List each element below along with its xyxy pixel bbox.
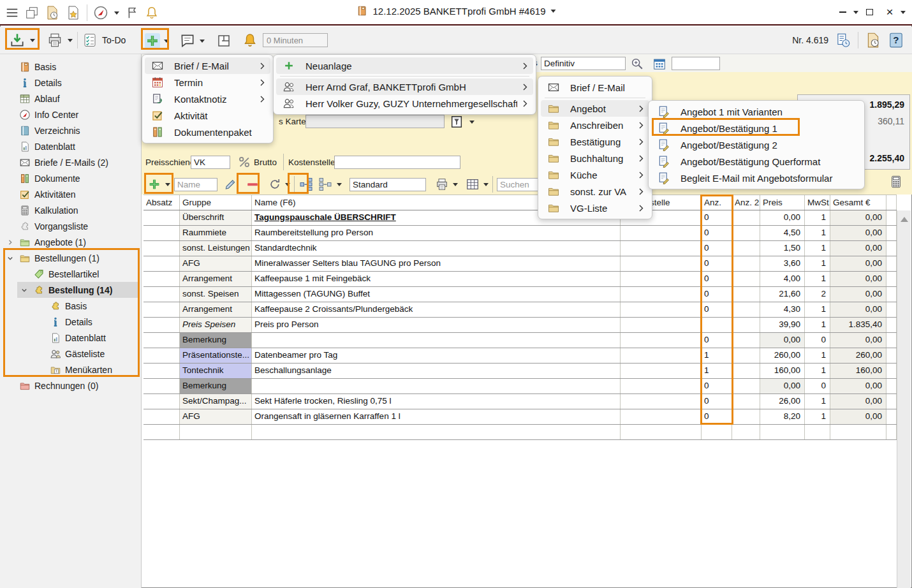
add-button[interactable] xyxy=(145,33,160,48)
menu-item-angebot-1-mit-varianten[interactable]: Angebot 1 mit Varianten xyxy=(651,103,862,120)
sidebar-item-details[interactable]: Details xyxy=(0,314,141,330)
cell-preis[interactable]: 21,60 xyxy=(760,287,805,302)
comment-dropdown-caret[interactable] xyxy=(200,40,205,43)
sidebar-item-menükarten[interactable]: Menükarten xyxy=(0,362,141,378)
cell-mwst[interactable]: 1 xyxy=(805,241,830,256)
cell-gesamt[interactable]: 160,00 xyxy=(830,364,886,378)
cell-name[interactable]: Datenbeamer pro Tag xyxy=(252,348,621,363)
document-star-icon[interactable] xyxy=(66,5,81,20)
cell-gesamt[interactable]: 0,00 xyxy=(830,379,886,393)
cell-kostenstelle[interactable] xyxy=(621,409,702,424)
cell-anz[interactable]: 0 xyxy=(702,210,732,225)
cell-gesamt[interactable]: 0,00 xyxy=(830,287,886,302)
cell-kostenstelle[interactable] xyxy=(621,348,702,363)
cell-mwst[interactable]: 2 xyxy=(805,287,830,302)
column-header-anz-2[interactable]: Anz. 2 xyxy=(732,195,760,210)
cell-gesamt[interactable]: 0,00 xyxy=(830,409,886,424)
menu-item-dokumentenpaket[interactable]: Dokumentenpaket xyxy=(145,124,270,140)
cell-preis[interactable]: 26,00 xyxy=(760,394,805,409)
cell-preis[interactable]: 4,00 xyxy=(760,272,805,286)
cell-anz2[interactable] xyxy=(732,241,760,256)
cell-preis[interactable]: 160,00 xyxy=(760,364,805,378)
view-select[interactable] xyxy=(349,178,426,191)
cell-gesamt[interactable]: 0,00 xyxy=(830,302,886,317)
filter-card-icon[interactable] xyxy=(450,115,464,129)
cell-gesamt[interactable] xyxy=(830,425,886,439)
cell-anz2[interactable] xyxy=(732,379,760,393)
cell-name[interactable]: Standardtechnik xyxy=(252,241,621,256)
cell-anz[interactable] xyxy=(702,318,732,332)
cell-gesamt[interactable]: 260,00 xyxy=(830,348,886,363)
todo-checklist-icon[interactable] xyxy=(82,33,98,48)
table-row[interactable]: ArrangementKaffeepause 1 mit Feingebäck0… xyxy=(143,272,897,287)
cell-anz[interactable]: 0 xyxy=(702,394,732,409)
cell-preis[interactable]: 39,90 xyxy=(760,318,805,332)
cell-anz2[interactable] xyxy=(732,333,760,348)
date-field[interactable] xyxy=(672,57,720,70)
expanded-chevron-icon[interactable] xyxy=(19,287,29,293)
close-button[interactable]: × xyxy=(880,4,899,20)
cell-anz2[interactable] xyxy=(732,256,760,271)
menu-item-brief-e-mail[interactable]: Brief / E-Mail xyxy=(541,79,649,96)
cell-anz2[interactable] xyxy=(732,287,760,302)
cell-gesamt[interactable]: 1.835,40 xyxy=(830,318,886,332)
menu-item-herr-arnd-graf-bankettprofi-gmbh[interactable]: Herr Arnd Graf, BANKETTprofi GmbH xyxy=(276,78,533,95)
cell-mwst[interactable]: 1 xyxy=(805,318,830,332)
table-layout-dropdown-caret[interactable] xyxy=(483,183,489,186)
cell-gesamt[interactable]: 0,00 xyxy=(830,241,886,256)
preisschiene-field[interactable] xyxy=(191,156,230,169)
add-row-button[interactable] xyxy=(147,177,161,191)
cell-gruppe[interactable]: sonst. Speisen xyxy=(180,287,252,302)
minimize-button[interactable] xyxy=(833,4,852,20)
cell-gruppe[interactable]: Bemerkung xyxy=(180,379,252,393)
bell-outline-icon[interactable] xyxy=(145,6,159,20)
save-dropdown-caret[interactable] xyxy=(30,39,35,42)
table-row[interactable]: TontechnikBeschallungsanlage1160,001160,… xyxy=(143,364,897,379)
cell-kostenstelle[interactable] xyxy=(621,302,702,317)
comment-button[interactable] xyxy=(179,33,196,49)
menu-item-bestätigung[interactable]: Bestätigung xyxy=(541,133,649,150)
windows-copy-icon[interactable] xyxy=(25,6,39,20)
table-row[interactable]: sonst. SpeisenMittagessen (TAGUNG) Buffe… xyxy=(143,287,897,302)
cell-gruppe[interactable]: Präsentationste... xyxy=(180,348,252,363)
cell-kostenstelle[interactable] xyxy=(621,256,702,271)
menu-item-vg-liste[interactable]: VG-Liste xyxy=(541,200,649,216)
table-layout-icon[interactable] xyxy=(466,177,480,191)
add-dropdown-caret[interactable] xyxy=(164,40,169,43)
maximize-button[interactable] xyxy=(860,4,879,20)
cell-gesamt[interactable]: 0,00 xyxy=(830,272,886,286)
name-filter-input[interactable] xyxy=(174,178,217,191)
calculator-icon[interactable] xyxy=(889,175,903,189)
sidebar-item-dokumente[interactable]: Dokumente xyxy=(0,170,141,186)
cell-anz[interactable]: 1 xyxy=(702,364,732,378)
sidebar-item-kalkulation[interactable]: Kalkulation xyxy=(0,202,141,218)
save-import-button[interactable] xyxy=(9,32,26,48)
cell-gruppe[interactable]: sonst. Leistungen xyxy=(180,241,252,256)
cell-anz2[interactable] xyxy=(732,318,760,332)
cell-kostenstelle[interactable] xyxy=(621,226,702,240)
expanded-chevron-icon[interactable] xyxy=(5,255,15,261)
search-input[interactable] xyxy=(497,178,539,191)
cell-name[interactable]: Sekt Häferle trocken, Riesling 0,75 l xyxy=(252,394,621,409)
sidebar-item-ablauf[interactable]: Ablauf xyxy=(0,91,141,107)
group-expand-icon[interactable] xyxy=(318,177,333,192)
cell-mwst[interactable]: 1 xyxy=(805,272,830,286)
cell-anz2[interactable] xyxy=(732,409,760,424)
cell-gruppe[interactable]: Tontechnik xyxy=(180,364,252,378)
cell-mwst[interactable]: 1 xyxy=(805,302,830,317)
cell-preis[interactable]: 0,00 xyxy=(760,379,805,393)
cell-anz[interactable]: 1 xyxy=(702,348,732,363)
menu-item-angebot-bestätigung-2[interactable]: Angebot/Bestätigung 2 xyxy=(651,136,862,153)
close-dropdown-caret[interactable] xyxy=(901,11,906,14)
menu-item-küche[interactable]: Küche xyxy=(541,166,649,183)
cell-preis[interactable] xyxy=(760,425,805,439)
menu-item-buchhaltung[interactable]: Buchhaltung xyxy=(541,150,649,166)
sidebar-item-gästeliste[interactable]: Gästeliste xyxy=(0,346,141,362)
sidebar-item-angebote-1[interactable]: Angebote (1) xyxy=(0,234,141,250)
table-row[interactable]: sonst. LeistungenStandardtechnik01,5010,… xyxy=(143,241,897,256)
cell-anz[interactable] xyxy=(702,425,732,439)
cell-mwst[interactable]: 1 xyxy=(805,364,830,378)
cell-gruppe[interactable] xyxy=(180,425,252,439)
cell-gruppe[interactable]: AFG xyxy=(180,256,252,271)
cell-anz[interactable]: 0 xyxy=(702,333,732,348)
